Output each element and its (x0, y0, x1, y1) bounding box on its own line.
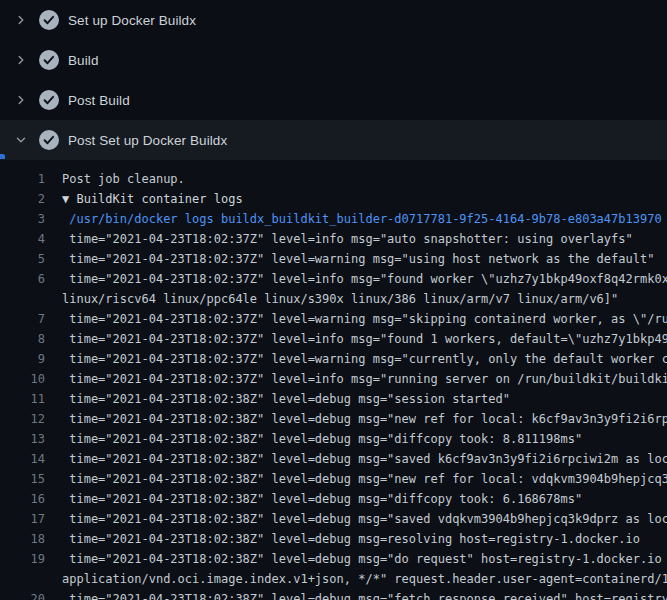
log-line-number[interactable]: 18 (0, 529, 45, 549)
log-line-number[interactable]: 10 (0, 369, 45, 389)
log-line-text: time="2021-04-23T18:02:37Z" level=warnin… (62, 349, 667, 369)
log-line-text: time="2021-04-23T18:02:38Z" level=debug … (62, 409, 667, 429)
log-row: 8 time="2021-04-23T18:02:37Z" level=info… (0, 329, 667, 349)
step-list: Set up Docker Buildx Build P (0, 0, 667, 160)
log-row: 12 time="2021-04-23T18:02:38Z" level=deb… (0, 409, 667, 429)
log-row: 14 time="2021-04-23T18:02:38Z" level=deb… (0, 449, 667, 469)
log-line-number[interactable]: 19 (0, 549, 45, 569)
log-line-text: time="2021-04-23T18:02:37Z" level=info m… (62, 369, 667, 389)
chevron-icon (13, 132, 29, 148)
log-row: 13 time="2021-04-23T18:02:38Z" level=deb… (0, 429, 667, 449)
step-label: Post Build (68, 93, 130, 108)
log-line-number (0, 569, 45, 589)
log-row: 2 ▼ BuildKit container logs (0, 189, 667, 209)
log-line-number[interactable]: 6 (0, 269, 45, 289)
log-line-text: time="2021-04-23T18:02:37Z" level=info m… (62, 269, 667, 289)
log-row-continuation: linux/riscv64 linux/ppc64le linux/s390x … (0, 289, 667, 309)
log-row: 10 time="2021-04-23T18:02:37Z" level=inf… (0, 369, 667, 389)
step-header-set-up-docker-buildx[interactable]: Set up Docker Buildx (0, 0, 667, 40)
log-line-text: time="2021-04-23T18:02:38Z" level=debug … (62, 389, 510, 409)
log-line-number[interactable]: 7 (0, 309, 45, 329)
log-line-number[interactable]: 8 (0, 329, 45, 349)
step-header-build[interactable]: Build (0, 40, 667, 80)
check-circle-icon (38, 49, 60, 71)
step-label: Build (68, 53, 99, 68)
log-row: 17 time="2021-04-23T18:02:38Z" level=deb… (0, 509, 667, 529)
step-header-post-set-up-docker-buildx[interactable]: Post Set up Docker Buildx (0, 120, 667, 160)
log-line-number[interactable]: 16 (0, 489, 45, 509)
log-row: 18 time="2021-04-23T18:02:38Z" level=deb… (0, 529, 667, 549)
log-line-number[interactable]: 3 (0, 209, 45, 229)
chevron-icon (13, 92, 29, 108)
log-group-toggle[interactable]: ▼ BuildKit container logs (62, 189, 243, 209)
log-line-text: time="2021-04-23T18:02:38Z" level=debug … (62, 509, 667, 529)
log-line-text: time="2021-04-23T18:02:38Z" level=debug … (62, 549, 667, 569)
check-circle-icon (38, 9, 60, 31)
log-line-text: linux/riscv64 linux/ppc64le linux/s390x … (62, 289, 618, 309)
step-label: Post Set up Docker Buildx (68, 133, 227, 148)
log-row: 11 time="2021-04-23T18:02:38Z" level=deb… (0, 389, 667, 409)
log-line-number[interactable]: 11 (0, 389, 45, 409)
log-line-text: Post job cleanup. (62, 169, 185, 189)
log-row: 7 time="2021-04-23T18:02:37Z" level=warn… (0, 309, 667, 329)
log-line-text: time="2021-04-23T18:02:38Z" level=debug … (62, 469, 667, 489)
log-line-text: time="2021-04-23T18:02:38Z" level=debug … (62, 529, 640, 549)
log-line-text: time="2021-04-23T18:02:38Z" level=debug … (62, 589, 667, 600)
log-line-number[interactable]: 12 (0, 409, 45, 429)
chevron-icon (13, 52, 29, 68)
log-line-text: time="2021-04-23T18:02:37Z" level=warnin… (62, 249, 654, 269)
log-row: 1 Post job cleanup. (0, 169, 667, 189)
log-row: 16 time="2021-04-23T18:02:38Z" level=deb… (0, 489, 667, 509)
log-line-number[interactable]: 9 (0, 349, 45, 369)
log-line-number[interactable]: 14 (0, 449, 45, 469)
actions-log-viewer: { "colors": { "page_bg": "#0b0e14", "exp… (0, 0, 667, 600)
log-line-number[interactable]: 1 (0, 169, 45, 189)
log-line-text: time="2021-04-23T18:02:37Z" level=warnin… (62, 309, 667, 329)
log-row-continuation: application/vnd.oci.image.index.v1+json,… (0, 569, 667, 589)
log-line-number[interactable]: 2 (0, 189, 45, 209)
log-line-number[interactable]: 5 (0, 249, 45, 269)
step-label: Set up Docker Buildx (68, 13, 196, 28)
log-row: 5 time="2021-04-23T18:02:37Z" level=warn… (0, 249, 667, 269)
log-row: 20 time="2021-04-23T18:02:38Z" level=deb… (0, 589, 667, 600)
log-line-text: time="2021-04-23T18:02:38Z" level=debug … (62, 449, 667, 469)
check-circle-icon (38, 89, 60, 111)
check-circle-icon (38, 129, 60, 151)
log-container: 1 Post job cleanup. 2 ▼ BuildKit contain… (0, 160, 667, 600)
log-row-command: 3 /usr/bin/docker logs buildx_buildkit_b… (0, 209, 667, 229)
log-line-number[interactable]: 17 (0, 509, 45, 529)
log-line-text: time="2021-04-23T18:02:38Z" level=debug … (62, 429, 582, 449)
log-line-number[interactable]: 4 (0, 229, 45, 249)
log-line-number[interactable]: 20 (0, 589, 45, 600)
focus-ring-fragment (0, 154, 5, 159)
step-header-post-build[interactable]: Post Build (0, 80, 667, 120)
log-line-text: time="2021-04-23T18:02:37Z" level=info m… (62, 329, 667, 349)
log-line-text: /usr/bin/docker logs buildx_buildkit_bui… (62, 209, 662, 229)
log-line-text: time="2021-04-23T18:02:38Z" level=debug … (62, 489, 582, 509)
log-row: 4 time="2021-04-23T18:02:37Z" level=info… (0, 229, 667, 249)
log-row: 9 time="2021-04-23T18:02:37Z" level=warn… (0, 349, 667, 369)
log-row: 19 time="2021-04-23T18:02:38Z" level=deb… (0, 549, 667, 569)
log-line-text: application/vnd.oci.image.index.v1+json,… (62, 569, 667, 589)
log-line-number[interactable]: 15 (0, 469, 45, 489)
log-row: 6 time="2021-04-23T18:02:37Z" level=info… (0, 269, 667, 289)
log-row: 15 time="2021-04-23T18:02:38Z" level=deb… (0, 469, 667, 489)
log-line-number[interactable]: 13 (0, 429, 45, 449)
log-line-text: time="2021-04-23T18:02:37Z" level=info m… (62, 229, 633, 249)
chevron-icon (13, 12, 29, 28)
log-line-number (0, 289, 45, 309)
